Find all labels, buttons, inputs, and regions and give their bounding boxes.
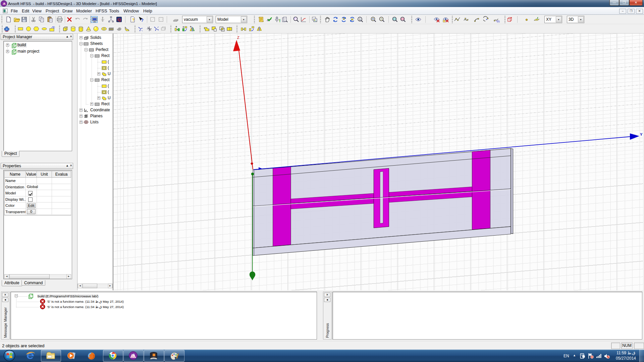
svg-text:f(): f()	[53, 26, 55, 28]
svg-text:?: ?	[132, 18, 135, 22]
svg-text:?: ?	[141, 18, 144, 23]
svg-text:Q: Q	[117, 17, 121, 22]
svg-text:f(t): f(t)	[496, 20, 500, 23]
svg-text:Z: Z	[237, 36, 239, 40]
svg-text:!: !	[279, 18, 280, 23]
svg-text:Y: Y	[640, 132, 643, 136]
svg-text:1: 1	[359, 18, 361, 21]
